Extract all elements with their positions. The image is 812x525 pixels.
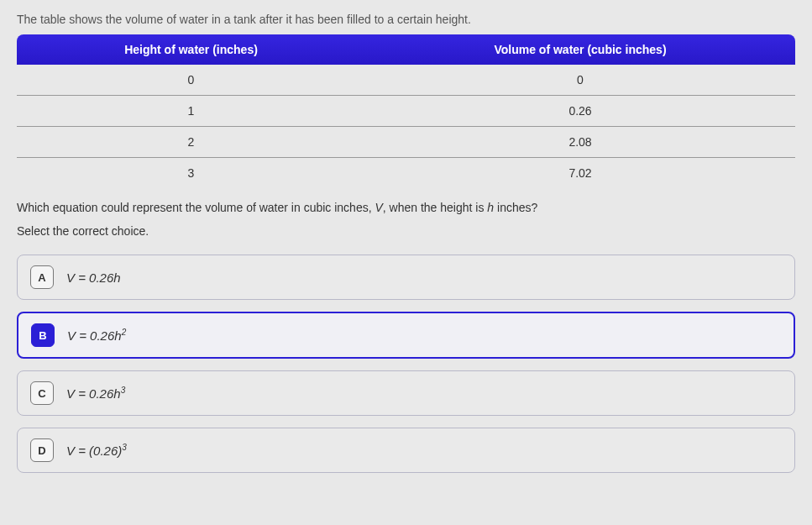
choice-formula-c: V = 0.26h3 xyxy=(66,386,125,401)
formula-prefix: V = 0.26 xyxy=(66,270,113,285)
choice-formula-b: V = 0.26h2 xyxy=(67,328,126,343)
formula-prefix: V = 0.26 xyxy=(67,328,114,343)
table-cell-height: 3 xyxy=(17,158,365,189)
table-header-row: Height of water (inches) Volume of water… xyxy=(17,34,795,65)
table-row: 3 7.02 xyxy=(17,158,795,189)
table-cell-volume: 0.26 xyxy=(365,96,795,127)
formula-sup: 3 xyxy=(121,386,126,395)
choice-letter-b: B xyxy=(31,323,55,347)
question-var-v: V xyxy=(375,201,382,214)
choice-formula-a: V = 0.26h xyxy=(66,270,121,285)
question-var-h: h xyxy=(487,201,494,214)
formula-var: h xyxy=(113,386,120,401)
formula-var: h xyxy=(114,328,121,343)
choice-b[interactable]: B V = 0.26h2 xyxy=(17,312,795,359)
formula-sup: 2 xyxy=(122,328,127,337)
question-prefix: Which equation could represent the volum… xyxy=(17,201,375,214)
table-row: 2 2.08 xyxy=(17,127,795,158)
choice-letter-c: C xyxy=(30,381,54,405)
table-cell-height: 0 xyxy=(17,65,365,96)
select-prompt: Select the correct choice. xyxy=(17,224,795,238)
question-suffix: inches? xyxy=(494,201,537,214)
table-header-height: Height of water (inches) xyxy=(17,34,365,65)
choice-formula-d: V = (0.26)3 xyxy=(66,443,127,458)
choice-letter-a: A xyxy=(30,265,54,289)
table-cell-height: 1 xyxy=(17,96,365,127)
table-cell-volume: 0 xyxy=(365,65,795,96)
intro-text: The table shows the volume of water in a… xyxy=(17,13,795,26)
choice-a[interactable]: A V = 0.26h xyxy=(17,255,795,300)
formula-sup: 3 xyxy=(122,443,127,452)
table-cell-height: 2 xyxy=(17,127,365,158)
formula-prefix: V = 0.26 xyxy=(66,386,113,401)
formula-prefix: V = (0.26) xyxy=(66,444,122,458)
choice-d[interactable]: D V = (0.26)3 xyxy=(17,428,795,473)
table-row: 0 0 xyxy=(17,65,795,96)
table-cell-volume: 2.08 xyxy=(365,127,795,158)
choice-letter-d: D xyxy=(30,438,54,462)
choice-c[interactable]: C V = 0.26h3 xyxy=(17,370,795,416)
data-table: Height of water (inches) Volume of water… xyxy=(17,34,795,188)
question-mid: , when the height is xyxy=(383,201,488,214)
table-header-volume: Volume of water (cubic inches) xyxy=(365,34,795,65)
table-row: 1 0.26 xyxy=(17,96,795,127)
table-cell-volume: 7.02 xyxy=(365,158,795,189)
question-text: Which equation could represent the volum… xyxy=(17,201,795,214)
formula-var: h xyxy=(113,270,120,285)
